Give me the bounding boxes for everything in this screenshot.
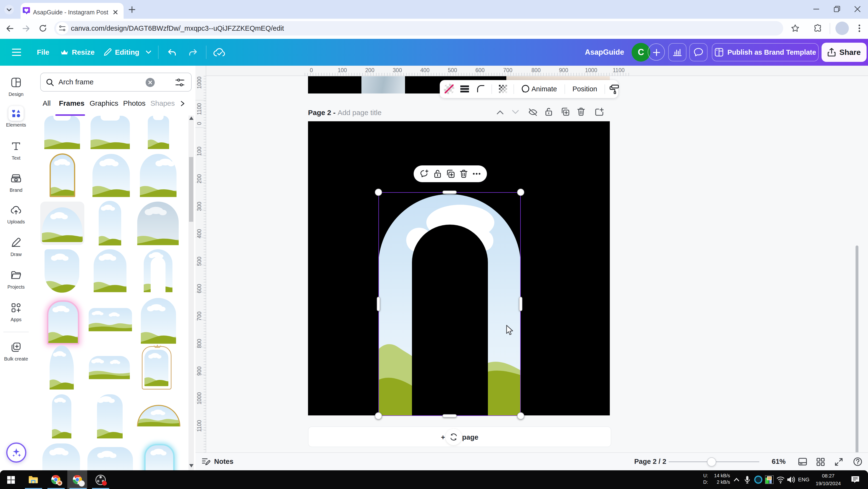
svg-text:co: co <box>15 179 17 181</box>
